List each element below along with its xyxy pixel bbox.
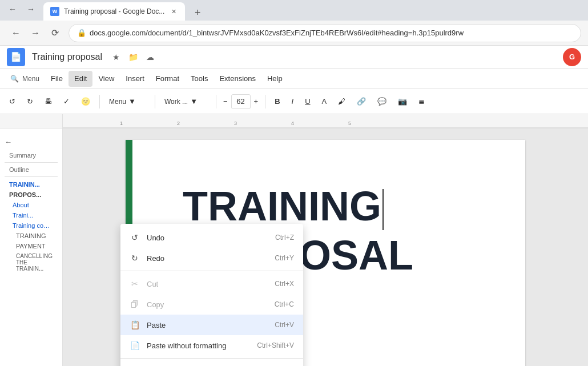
underline-button[interactable]: U [300, 93, 315, 110]
redo-label: Redo [147, 254, 268, 263]
menu-divider-1 [120, 271, 303, 271]
menu-format[interactable]: Format [150, 71, 185, 87]
menu-divider-2 [120, 358, 303, 359]
font-chevron: ▼ [190, 97, 198, 106]
spellcheck-btn[interactable]: ✓ [59, 93, 74, 110]
ruler-mark-2: 2 [177, 120, 180, 126]
menu-undo[interactable]: ↺ Undo Ctrl+Z [120, 227, 303, 248]
tab-title: Training proposal - Google Doc... [64, 7, 164, 15]
link-button[interactable]: 🔗 [352, 93, 370, 110]
outline-item-contract[interactable]: Training contract [5, 220, 58, 231]
cut-icon: ✂ [130, 279, 140, 288]
doc-area[interactable]: TRAINING PROPOSAL ↺ Undo Ctrl+Z ↻ Redo C… [63, 128, 588, 366]
edit-dropdown-menu: ↺ Undo Ctrl+Z ↻ Redo Ctrl+Y ✂ Cut Ctrl+X… [120, 224, 303, 366]
sidebar: ← Summary Outline TRAININ... PROPOS... A… [0, 128, 63, 366]
app-header: 📄 Training proposal ★ 📁 ☁ G [0, 46, 588, 69]
italic-button[interactable]: I [287, 93, 299, 110]
ruler-mark-3: 3 [234, 120, 237, 126]
menu-copy: 🗍 Copy Ctrl+C [120, 294, 303, 315]
ruler-mark-1: 1 [120, 120, 123, 126]
menu-cut: ✂ Cut Ctrl+X [120, 274, 303, 294]
summary-divider [5, 162, 58, 163]
redo-toolbar[interactable]: ↻ [22, 93, 38, 110]
copy-label: Copy [147, 300, 268, 309]
user-avatar[interactable]: G [563, 48, 581, 66]
divider1 [99, 95, 100, 108]
reload-button[interactable]: ⟳ [46, 24, 64, 42]
font-size-decrease[interactable]: − [221, 93, 230, 110]
font-size-increase[interactable]: + [252, 93, 261, 110]
paste-plain-shortcut: Ctrl+Shift+V [257, 341, 294, 349]
print-btn[interactable]: 🖶 [40, 93, 57, 110]
bold-button[interactable]: B [270, 93, 284, 110]
search-menus[interactable]: 🔍 Menu [5, 71, 45, 87]
styles-chevron: ▼ [128, 97, 136, 106]
highlight-button[interactable]: 🖌 [333, 93, 350, 110]
paste-plain-icon: 📄 [130, 341, 140, 350]
outline-item-about[interactable]: About [5, 200, 58, 210]
cut-label: Cut [147, 280, 268, 288]
menu-redo[interactable]: ↻ Redo Ctrl+Y [120, 248, 303, 268]
menu-edit[interactable]: Edit [69, 71, 92, 87]
styles-dropdown[interactable]: Menu ▼ [104, 93, 150, 110]
menu-insert[interactable]: Insert [120, 71, 150, 87]
align-button[interactable]: ≣ [414, 93, 429, 110]
menu-view[interactable]: View [92, 71, 120, 87]
cloud-icon[interactable]: ☁ [143, 50, 157, 64]
font-name: Work ... [164, 98, 188, 106]
menu-paste-plain[interactable]: 📄 Paste without formatting Ctrl+Shift+V [120, 335, 303, 356]
undo-label: Undo [147, 234, 268, 242]
copy-shortcut: Ctrl+C [275, 300, 294, 308]
menu-extensions[interactable]: Extensions [214, 71, 261, 87]
ruler-mark-4: 4 [291, 120, 294, 126]
back-button[interactable]: ← [7, 24, 25, 42]
summary-label: Summary [5, 148, 58, 160]
undo-shortcut: Ctrl+Z [275, 234, 294, 242]
outline-divider [5, 176, 58, 177]
outline-item-cancelling[interactable]: CANCELLING THE TRAININ... [5, 251, 58, 274]
paste-icon: 📋 [130, 320, 140, 329]
main-area: ← Summary Outline TRAININ... PROPOS... A… [0, 128, 588, 366]
menu-help[interactable]: Help [261, 71, 288, 87]
outline-item-training[interactable]: TRAININ... [5, 179, 58, 190]
menu-paste[interactable]: 📋 Paste Ctrl+V [120, 315, 303, 335]
search-icon: 🔍 [10, 75, 19, 83]
outline-item-training-sub[interactable]: TRAINING [5, 231, 58, 241]
nav-back-browser[interactable]: ← [5, 1, 21, 17]
docs-app-icon: 📄 [7, 48, 25, 66]
paste-plain-label: Paste without formatting [147, 341, 250, 350]
text-cursor [382, 189, 384, 230]
tab-close-button[interactable]: ✕ [169, 7, 178, 16]
outline-item-payment[interactable]: PAYMENT [5, 241, 58, 251]
paint-btn[interactable]: 🌝 [76, 93, 95, 110]
menu-bar: 🔍 Menu File Edit View Insert Format Tool… [0, 69, 588, 89]
paste-shortcut: Ctrl+V [275, 321, 294, 329]
redo-shortcut: Ctrl+Y [275, 254, 294, 262]
search-label: Menu [22, 75, 39, 83]
text-color-button[interactable]: A [317, 93, 332, 110]
image-button[interactable]: 📷 [393, 93, 412, 110]
menu-tools[interactable]: Tools [185, 71, 214, 87]
undo-icon: ↺ [130, 233, 140, 242]
doc-action-icons: ★ 📁 ☁ [109, 50, 157, 64]
folder-icon[interactable]: 📁 [126, 50, 140, 64]
copy-icon: 🗍 [130, 300, 140, 309]
url-bar[interactable]: 🔒 docs.google.com/document/d/1_bintwsrJV… [69, 24, 581, 42]
undo-toolbar[interactable]: ↺ [5, 93, 20, 110]
forward-button[interactable]: → [26, 24, 45, 42]
menu-file[interactable]: File [45, 71, 69, 87]
nav-forward-browser[interactable]: → [23, 1, 39, 17]
styles-label: Menu [109, 98, 126, 106]
outline-item-traini[interactable]: Traini... [5, 210, 58, 220]
font-dropdown[interactable]: Work ... ▼ [160, 93, 211, 110]
font-size-input[interactable]: 62 [231, 94, 251, 109]
sidebar-back[interactable]: ← [5, 135, 58, 148]
url-text: docs.google.com/document/d/1_bintwsrJVFM… [90, 29, 464, 37]
comment-button[interactable]: 💬 [373, 93, 391, 110]
outline-item-propos[interactable]: PROPOS... [5, 190, 58, 200]
star-icon[interactable]: ★ [109, 50, 123, 64]
menu-select-all[interactable]: ▣ Select all Ctrl+A [120, 361, 303, 366]
divider2 [155, 95, 155, 108]
new-tab-button[interactable]: + [190, 5, 206, 21]
docs-tab-icon: W [50, 7, 59, 16]
